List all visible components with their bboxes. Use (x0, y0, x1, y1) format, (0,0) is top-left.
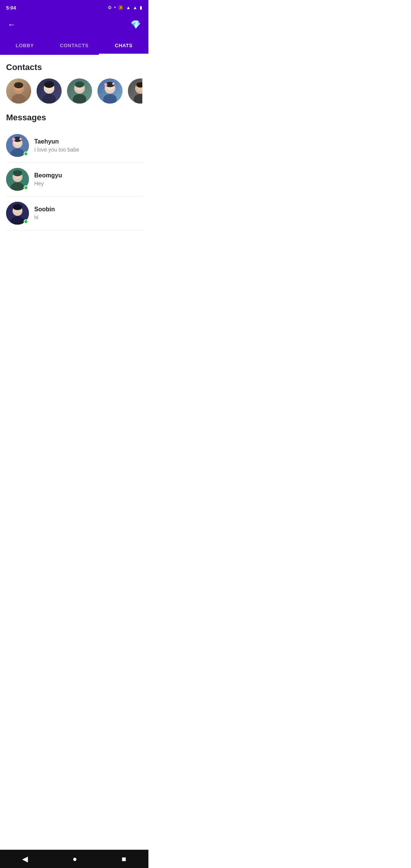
diamond-icon[interactable]: 💎 (131, 20, 141, 30)
tab-contacts[interactable]: CONTACTS (49, 37, 99, 55)
soobin-preview: hi (34, 214, 142, 220)
svg-point-9 (73, 94, 86, 104)
svg-point-27 (12, 138, 15, 141)
svg-point-7 (44, 81, 54, 88)
settings-icon: ⚙ (108, 5, 112, 10)
beomgyu-preview: Hey (34, 180, 142, 187)
svg-point-16 (104, 83, 107, 86)
contacts-row (6, 78, 142, 104)
contact-avatar-4[interactable] (97, 78, 123, 104)
svg-point-33 (13, 170, 22, 176)
svg-point-13 (103, 94, 117, 104)
status-time: 5:04 (6, 5, 16, 11)
taehyun-online-dot (24, 152, 28, 156)
contacts-title: Contacts (6, 62, 142, 72)
tab-chats[interactable]: CHATS (99, 37, 148, 55)
svg-point-1 (12, 94, 25, 104)
wifi-icon: ▲ (133, 5, 137, 10)
battery-icon: ▮ (140, 5, 142, 10)
svg-point-38 (13, 204, 22, 210)
signal-icon: ▲ (126, 5, 131, 10)
contact-avatar-2[interactable] (37, 78, 62, 104)
beomgyu-name: Beomgyu (34, 172, 142, 179)
svg-point-11 (75, 81, 84, 88)
svg-point-17 (112, 83, 115, 85)
svg-point-5 (42, 94, 56, 104)
soobin-info: Soobin hi (34, 206, 142, 220)
contact-avatar-1[interactable] (6, 78, 31, 104)
svg-point-28 (19, 138, 22, 140)
bell-off-icon: 🔕 (118, 5, 124, 10)
taehyun-avatar-wrap (6, 134, 29, 157)
svg-point-3 (14, 82, 23, 88)
message-item-soobin[interactable]: Soobin hi (6, 196, 142, 230)
tab-lobby[interactable]: LOBBY (0, 37, 49, 55)
contact-avatar-5[interactable] (128, 78, 142, 104)
dot-icon: • (114, 5, 116, 10)
status-icons: ⚙ • 🔕 ▲ ▲ ▮ (108, 5, 142, 10)
tabs: LOBBY CONTACTS CHATS (0, 37, 148, 55)
beomgyu-online-dot (24, 185, 28, 190)
beomgyu-avatar-wrap (6, 168, 29, 191)
message-item-taehyun[interactable]: Taehyun I love you too babe (6, 129, 142, 163)
back-button[interactable]: ← (8, 20, 16, 30)
soobin-name: Soobin (34, 206, 142, 213)
taehyun-info: Taehyun I love you too babe (34, 138, 142, 153)
content: Contacts (0, 55, 148, 238)
soobin-avatar-wrap (6, 202, 29, 225)
soobin-online-dot (24, 219, 28, 224)
messages-section: Messages Taehyun (6, 113, 142, 230)
taehyun-name: Taehyun (34, 138, 142, 145)
contact-avatar-3[interactable] (67, 78, 92, 104)
taehyun-preview: I love you too babe (34, 147, 142, 153)
messages-title: Messages (6, 113, 142, 123)
header: ← 💎 (0, 15, 148, 37)
message-item-beomgyu[interactable]: Beomgyu Hey (6, 163, 142, 196)
svg-point-19 (134, 94, 142, 104)
beomgyu-info: Beomgyu Hey (34, 172, 142, 187)
status-bar: 5:04 ⚙ • 🔕 ▲ ▲ ▮ (0, 0, 148, 15)
